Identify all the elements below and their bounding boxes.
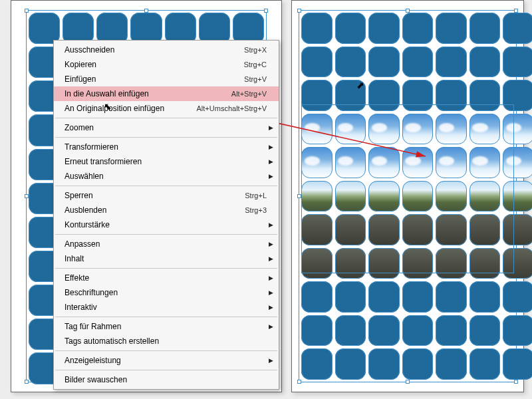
grid-dot[interactable]: [335, 13, 366, 44]
grid-dot[interactable]: [335, 315, 366, 346]
menu-item[interactable]: Beschriftungen▶: [54, 285, 279, 300]
chevron-right-icon: ▶: [269, 357, 273, 364]
grid-dot[interactable]: [469, 348, 501, 380]
grid-dot[interactable]: [335, 47, 366, 78]
menu-separator: [55, 137, 277, 138]
menu-item[interactable]: EinfügenStrg+V: [54, 72, 279, 86]
menu-separator: [55, 186, 277, 186]
menu-item[interactable]: An Originalposition einfügenAlt+Umschalt…: [54, 101, 279, 116]
menu-item-label: Inhalt: [65, 254, 267, 263]
grid-dot[interactable]: [368, 13, 400, 44]
menu-item[interactable]: Tags automatisch erstellen: [54, 334, 279, 348]
grid-dot[interactable]: [402, 281, 434, 313]
grid-dot[interactable]: [436, 348, 467, 380]
context-menu[interactable]: AusschneidenStrg+XKopierenStrg+CEinfügen…: [53, 40, 279, 390]
menu-item[interactable]: AusschneidenStrg+X: [54, 43, 279, 57]
menu-separator: [55, 268, 277, 269]
menu-item[interactable]: Zoomen▶: [54, 120, 279, 135]
grid-dot[interactable]: [503, 348, 532, 380]
menu-item-label: Kopieren: [65, 60, 243, 69]
menu-item[interactable]: Interaktiv▶: [54, 300, 279, 315]
grid-dot[interactable]: [368, 281, 400, 313]
paste-target-frame[interactable]: [301, 104, 514, 273]
grid-dot[interactable]: [368, 348, 400, 380]
menu-item-label: Anzeigeleistung: [65, 356, 267, 365]
chevron-right-icon: ▶: [269, 124, 273, 131]
chevron-right-icon: ▶: [269, 255, 273, 262]
menu-separator: [55, 118, 277, 118]
menu-item-label: Interaktiv: [65, 303, 267, 312]
menu-item-label: Transformieren: [65, 142, 267, 152]
grid-dot[interactable]: [503, 315, 532, 346]
grid-dot[interactable]: [402, 47, 434, 78]
menu-item[interactable]: SperrenStrg+L: [54, 188, 279, 203]
menu-item-label: Zoomen: [65, 123, 267, 132]
grid-dot[interactable]: [368, 315, 400, 346]
menu-item-label: Bilder swauschen: [65, 375, 267, 384]
grid-dot[interactable]: [402, 348, 434, 380]
chevron-right-icon: ▶: [269, 221, 273, 228]
grid-dot[interactable]: [301, 281, 332, 313]
menu-item-label: Tag für Rahmen: [65, 322, 267, 331]
menu-item-label: Konturstärke: [65, 220, 267, 229]
menu-item[interactable]: Effekte▶: [54, 271, 279, 285]
menu-item-label: Ausblenden: [65, 205, 245, 215]
menu-item[interactable]: Transformieren▶: [54, 140, 279, 154]
menu-item-label: An Originalposition einfügen: [65, 104, 197, 113]
menu-item-label: Auswählen: [65, 172, 267, 181]
menu-item-label: Beschriftungen: [65, 288, 267, 297]
menu-item[interactable]: Anzeigeleistung▶: [54, 353, 279, 368]
grid-dot[interactable]: [503, 47, 532, 78]
menu-item-label: Tags automatisch erstellen: [65, 336, 267, 346]
menu-item[interactable]: Tag für Rahmen▶: [54, 319, 279, 334]
chevron-right-icon: ▶: [269, 289, 273, 296]
menu-item[interactable]: Konturstärke▶: [54, 217, 279, 232]
menu-item[interactable]: AusblendenStrg+3: [54, 203, 279, 217]
chevron-right-icon: ▶: [269, 304, 273, 311]
menu-item[interactable]: In die Auswahl einfügenAlt+Strg+V: [54, 86, 279, 101]
grid-dot[interactable]: [335, 281, 366, 313]
grid-dot[interactable]: [301, 315, 332, 346]
menu-separator: [55, 370, 277, 370]
menu-item-label: Sperren: [65, 191, 245, 200]
grid-dot[interactable]: [503, 13, 532, 44]
menu-item-shortcut: Strg+V: [244, 75, 267, 83]
menu-item[interactable]: Anpassen▶: [54, 237, 279, 251]
menu-item-shortcut: Alt+Umschalt+Strg+V: [197, 104, 267, 112]
grid-dot[interactable]: [402, 315, 434, 346]
menu-item-label: Effekte: [65, 273, 267, 283]
grid-dot[interactable]: [335, 348, 366, 380]
grid-dot[interactable]: [469, 281, 501, 313]
document-canvas: AusschneidenStrg+XKopierenStrg+CEinfügen…: [0, 0, 532, 399]
grid-dot[interactable]: [368, 47, 400, 78]
grid-dot[interactable]: [301, 47, 332, 78]
chevron-right-icon: ▶: [269, 275, 273, 281]
chevron-right-icon: ▶: [269, 158, 273, 165]
menu-item[interactable]: Erneut transformieren▶: [54, 154, 279, 169]
grid-dot[interactable]: [301, 13, 332, 44]
grid-dot[interactable]: [436, 47, 467, 78]
menu-item[interactable]: Bilder swauschen: [54, 372, 279, 387]
menu-item-shortcut: Strg+3: [245, 206, 267, 214]
menu-item-label: Einfügen: [65, 74, 244, 84]
grid-dot[interactable]: [402, 13, 434, 44]
menu-separator: [55, 350, 277, 351]
grid-dot[interactable]: [469, 315, 501, 346]
menu-item-label: In die Auswahl einfügen: [65, 89, 231, 98]
grid-dot[interactable]: [469, 47, 501, 78]
grid-dot[interactable]: [301, 348, 332, 380]
menu-item[interactable]: Auswählen▶: [54, 169, 279, 184]
chevron-right-icon: ▶: [269, 241, 273, 247]
grid-dot[interactable]: [436, 315, 467, 346]
menu-item[interactable]: Inhalt▶: [54, 251, 279, 266]
menu-item[interactable]: KopierenStrg+C: [54, 57, 279, 72]
grid-dot[interactable]: [469, 13, 501, 44]
chevron-right-icon: ▶: [269, 173, 273, 180]
grid-dot[interactable]: [436, 13, 467, 44]
menu-item-shortcut: Strg+X: [244, 46, 267, 54]
chevron-right-icon: ▶: [269, 323, 273, 330]
menu-item-shortcut: Strg+L: [245, 192, 267, 200]
page-right: [291, 0, 524, 392]
grid-dot[interactable]: [436, 281, 467, 313]
grid-dot[interactable]: [503, 281, 532, 313]
